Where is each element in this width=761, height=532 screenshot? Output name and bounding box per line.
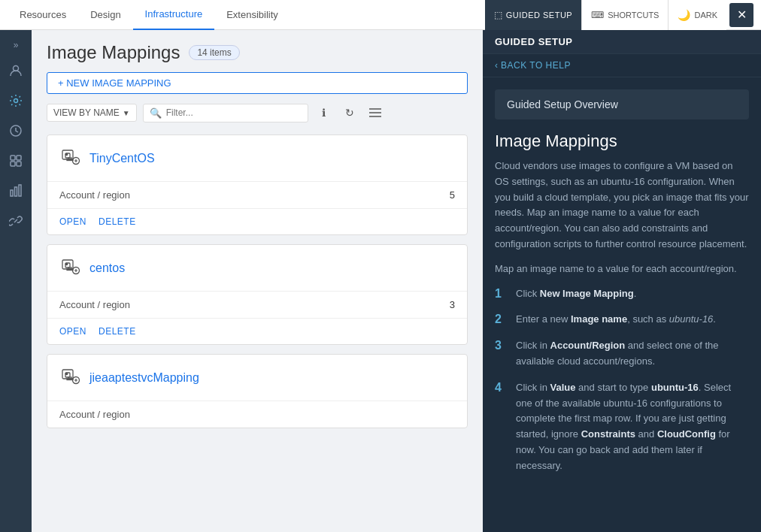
image-mapping-icon-jieaa — [59, 365, 82, 390]
guided-setup-icon: ⬚ — [494, 10, 502, 20]
nav-extensibility[interactable]: Extensibility — [214, 0, 290, 30]
guided-main-title: Image Mappings — [495, 131, 749, 151]
svg-point-15 — [65, 153, 67, 155]
guided-setup-button[interactable]: ⬚ GUIDED SETUP — [485, 0, 582, 30]
svg-rect-29 — [67, 379, 73, 380]
step-num-2: 2 — [495, 313, 507, 328]
card-title-jieaa[interactable]: jieaaptestvcMapping — [89, 371, 199, 385]
guided-step-2: 2 Enter a new Image name, such as ubuntu… — [495, 312, 749, 328]
view-by-selector[interactable]: VIEW BY NAME ▼ — [47, 104, 137, 122]
sidebar-icon-history[interactable] — [2, 117, 29, 144]
svg-rect-7 — [11, 190, 13, 196]
card-meta-value-centos: 3 — [450, 299, 455, 310]
svg-rect-8 — [15, 187, 17, 196]
open-tinycentos-button[interactable]: OPEN — [59, 216, 86, 227]
delete-tinycentos-button[interactable]: DELETE — [99, 216, 136, 227]
guided-step-4: 4 Click in Value and start to type ubunt… — [495, 380, 749, 474]
delete-centos-button[interactable]: DELETE — [99, 326, 136, 337]
svg-rect-9 — [19, 185, 21, 196]
cards-list: TinyCentOS Account / region 5 OPEN DELET… — [47, 135, 468, 520]
step-num-3: 3 — [495, 339, 507, 370]
chevron-down-icon: ▼ — [123, 109, 130, 117]
step-text-3: Click in Account/Region and select one o… — [516, 338, 749, 370]
svg-rect-5 — [11, 162, 15, 166]
card-meta-value: 5 — [450, 189, 455, 201]
card-title-centos[interactable]: centos — [89, 261, 125, 275]
step-num-4: 4 — [495, 381, 507, 474]
guided-sub-desc: Map an image name to a value for each ac… — [495, 261, 749, 277]
guided-panel-title: GUIDED SETUP — [495, 36, 573, 47]
page-title: Image Mappings — [47, 42, 180, 63]
sidebar-icon-users[interactable] — [2, 57, 29, 84]
svg-point-27 — [65, 373, 67, 374]
sidebar-expand-button[interactable]: » — [2, 36, 29, 54]
step-text-4: Click in Value and start to type ubuntu-… — [516, 380, 749, 474]
svg-rect-4 — [17, 156, 21, 160]
card-centos: centos Account / region 3 OPEN DELETE — [47, 244, 468, 345]
nav-infrastructure[interactable]: Infrastructure — [133, 0, 215, 30]
card-meta-label-centos: Account / region — [59, 299, 130, 310]
sidebar-icon-blocks[interactable] — [2, 147, 29, 174]
back-to-help-button[interactable]: ‹ BACK TO HELP — [483, 54, 761, 77]
sidebar-icon-settings[interactable] — [2, 87, 29, 114]
dark-icon: 🌙 — [678, 9, 690, 21]
svg-rect-3 — [11, 156, 15, 160]
sidebar-icon-chart[interactable] — [2, 177, 29, 204]
card-meta-label: Account / region — [59, 189, 130, 201]
refresh-icon[interactable]: ↻ — [340, 103, 359, 122]
card-tinycentos: TinyCentOS Account / region 5 OPEN DELET… — [47, 135, 468, 235]
new-image-mapping-button[interactable]: + NEW IMAGE MAPPING — [47, 72, 468, 94]
list-view-icon[interactable] — [365, 103, 385, 122]
svg-rect-17 — [67, 159, 73, 161]
card-title-tinycentos[interactable]: TinyCentOS — [89, 152, 155, 165]
guided-section-title: Guided Setup Overview — [507, 98, 618, 110]
svg-point-21 — [65, 263, 67, 264]
guided-description: Cloud vendors use images to configure a … — [495, 159, 749, 252]
nav-resources[interactable]: Resources — [8, 0, 78, 30]
image-mapping-icon-centos — [59, 255, 82, 280]
step-text-1: Click New Image Mapping. — [516, 286, 636, 302]
card-meta-label-jieaa: Account / region — [59, 409, 130, 420]
sidebar-icon-link[interactable] — [2, 207, 29, 234]
image-mapping-icon — [59, 146, 82, 171]
guided-panel: GUIDED SETUP ‹ BACK TO HELP Guided Setup… — [483, 30, 761, 532]
shortcuts-button[interactable]: ⌨ SHORTCUTS — [581, 0, 668, 30]
shortcuts-icon: ⌨ — [591, 10, 604, 20]
svg-rect-23 — [67, 269, 73, 271]
nav-design[interactable]: Design — [78, 0, 132, 30]
close-guided-button[interactable]: ✕ — [729, 3, 753, 27]
items-badge: 14 items — [189, 45, 239, 60]
guided-step-3: 3 Click in Account/Region and select one… — [495, 338, 749, 370]
svg-point-1 — [14, 99, 18, 103]
svg-rect-6 — [17, 162, 21, 166]
search-input[interactable] — [166, 107, 302, 118]
search-icon: 🔍 — [150, 107, 162, 119]
chevron-left-icon: ‹ — [495, 60, 498, 71]
step-num-1: 1 — [495, 287, 507, 302]
guided-step-1: 1 Click New Image Mapping. — [495, 286, 749, 302]
dark-mode-button[interactable]: 🌙 DARK — [668, 0, 726, 30]
info-icon[interactable]: ℹ — [314, 103, 334, 122]
card-jieaaptestvcmapping: jieaaptestvcMapping Account / region — [47, 354, 468, 428]
open-centos-button[interactable]: OPEN — [59, 326, 86, 337]
step-text-2: Enter a new Image name, such as ubuntu-1… — [516, 312, 716, 328]
